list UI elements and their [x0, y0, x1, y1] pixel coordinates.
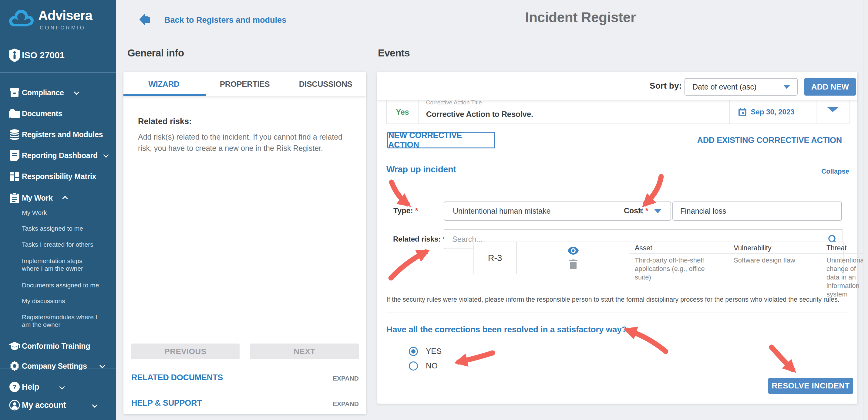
- next-button[interactable]: NEXT: [250, 343, 359, 359]
- view-risk-eye-icon[interactable]: [568, 247, 579, 254]
- chevron-down-icon: [92, 402, 97, 408]
- add-new-button[interactable]: ADD NEW: [804, 78, 856, 96]
- wrap-up-divider: [386, 179, 849, 179]
- event-date-value: Sep 30, 2023: [751, 108, 795, 116]
- sort-by-label: Sort by:: [650, 81, 682, 91]
- sidebar-subitem-registers-owner[interactable]: Registers/modules where I am the owner: [22, 313, 98, 328]
- help-support-link[interactable]: HELP & SUPPORT: [131, 398, 202, 408]
- event-row[interactable]: Yes Corrective Action Title Corrective A…: [386, 100, 849, 124]
- event-title-value: Corrective Action to Resolve.: [426, 110, 533, 119]
- caret-down-icon: [783, 85, 790, 89]
- type-select-value: Unintentional human mistake: [453, 207, 551, 215]
- gear-icon: [8, 361, 21, 371]
- wrap-up-incident-heading: Wrap up incident: [386, 164, 456, 175]
- sidebar-item-label: My account: [22, 400, 66, 410]
- sidebar-subitem-tasks-assigned[interactable]: Tasks assigned to me: [22, 224, 111, 232]
- page-title: Incident Register: [505, 9, 656, 26]
- sidebar-item-iso27001[interactable]: ISO 27001: [0, 48, 116, 62]
- add-existing-corrective-action-link[interactable]: ADD EXISTING CORRECTIVE ACTION: [697, 136, 842, 145]
- related-risk-table: R-3 Asset Vulnerability Threat Third-par…: [473, 242, 844, 274]
- report-icon: [8, 150, 21, 161]
- database-icon: [8, 129, 21, 140]
- help-support-expand-button[interactable]: EXPAND: [333, 400, 359, 408]
- sidebar-item-label: Registers and Modules: [22, 130, 103, 139]
- expand-caret-icon[interactable]: [827, 107, 839, 112]
- threat-column-header: Threat: [821, 242, 868, 254]
- tab-properties[interactable]: PROPERTIES: [205, 72, 285, 96]
- sidebar-subitem-implementation-steps[interactable]: Implementation steps where I am the owne…: [22, 257, 98, 272]
- sidebar-item-label: Help: [22, 382, 39, 392]
- tab-wizard[interactable]: WIZARD: [123, 72, 205, 96]
- sidebar: Advisera CONFORMIO ISO 27001 Compliance …: [0, 0, 116, 420]
- sidebar-item-reporting-dashboard[interactable]: Reporting Dashboard: [0, 149, 116, 161]
- sidebar-subitem-tasks-created[interactable]: Tasks I created for others: [22, 241, 111, 248]
- sidebar-item-help[interactable]: ? Help: [0, 381, 116, 393]
- event-resolved-value: Yes: [396, 108, 409, 117]
- risk-asset-value: Third-party off-the-shelf applications (…: [629, 254, 728, 274]
- event-title-cell: Corrective Action Title Corrective Actio…: [418, 100, 730, 123]
- back-arrow-icon: [137, 12, 153, 28]
- asset-column-header: Asset: [629, 242, 728, 254]
- sidebar-item-registers-modules[interactable]: Registers and Modules: [0, 128, 116, 141]
- risk-vulnerability-value: Software design flaw: [728, 254, 821, 274]
- chevron-down-icon: [74, 89, 79, 95]
- sidebar-item-label: Documents: [22, 109, 62, 118]
- sidebar-item-compliance[interactable]: Compliance: [0, 87, 116, 99]
- previous-button[interactable]: PREVIOUS: [131, 343, 240, 359]
- cost-label: Cost: *: [624, 206, 648, 215]
- chevron-down-icon: [99, 363, 105, 368]
- radio-no-icon[interactable]: [409, 361, 418, 370]
- back-to-registers-link[interactable]: Back to Registers and modules: [137, 12, 286, 28]
- sidebar-item-my-work[interactable]: My Work: [0, 192, 116, 204]
- brand-name: Advisera: [38, 8, 92, 23]
- collapse-link[interactable]: Collapse: [821, 168, 849, 175]
- svg-text:?: ?: [12, 383, 17, 391]
- chevron-down-icon: [103, 152, 108, 157]
- event-resolved-cell: Yes: [387, 100, 418, 123]
- type-label: Type: *: [393, 206, 418, 215]
- incident-register-page: Advisera CONFORMIO ISO 27001 Compliance …: [0, 0, 868, 420]
- related-documents-link[interactable]: RELATED DOCUMENTS: [131, 373, 223, 382]
- sidebar-item-conformio-training[interactable]: Conformio Training: [0, 340, 116, 352]
- related-risks-help-text: Add risk(s) related to the incident. If …: [138, 131, 352, 154]
- shield-info-icon: [8, 49, 21, 62]
- sidebar-divider: [0, 368, 116, 368]
- radio-yes-selected-icon[interactable]: [409, 347, 418, 356]
- sidebar-item-company-settings[interactable]: Company Settings: [0, 360, 116, 372]
- archive-icon: [8, 87, 21, 98]
- risk-id: R-3: [474, 242, 517, 274]
- event-expand-cell: [816, 100, 849, 123]
- corrections-question: Have all the corrections been resolved i…: [386, 325, 627, 334]
- sidebar-subitem-my-work[interactable]: My Work: [22, 209, 111, 216]
- general-info-card: WIZARD PROPERTIES DISCUSSIONS Related ri…: [123, 72, 366, 414]
- related-documents-expand-button[interactable]: EXPAND: [333, 375, 359, 382]
- cost-input[interactable]: [672, 202, 842, 221]
- sidebar-subitem-my-discussions[interactable]: My discussions: [22, 297, 111, 305]
- required-asterisk: *: [645, 206, 648, 215]
- radio-option-yes[interactable]: YES: [409, 347, 442, 356]
- page-scrollbar[interactable]: [863, 0, 868, 420]
- help-icon: ?: [8, 382, 21, 392]
- graduation-cap-icon: [8, 341, 21, 351]
- advisera-cloud-logo-icon: [6, 5, 36, 31]
- resolve-incident-button[interactable]: RESOLVE INCIDENT: [768, 378, 853, 394]
- sidebar-item-label: Company Settings: [22, 362, 87, 370]
- sidebar-item-responsibility-matrix[interactable]: Responsibility Matrix: [0, 170, 116, 182]
- new-corrective-action-button[interactable]: NEW CORRECTIVE ACTION: [387, 132, 495, 148]
- sidebar-item-label: Responsibility Matrix: [22, 172, 96, 181]
- delete-risk-trash-icon[interactable]: [569, 260, 578, 269]
- event-date-cell: Sep 30, 2023: [730, 100, 816, 123]
- tab-discussions[interactable]: DISCUSSIONS: [285, 72, 366, 96]
- tab-bar: WIZARD PROPERTIES DISCUSSIONS: [123, 72, 366, 96]
- sort-select-value: Date of event (asc): [692, 83, 756, 91]
- sidebar-item-my-account[interactable]: My account: [0, 399, 116, 411]
- sidebar-item-label: ISO 27001: [22, 50, 65, 60]
- sort-select[interactable]: Date of event (asc): [684, 78, 798, 96]
- sidebar-subitem-documents-assigned[interactable]: Documents assigned to me: [22, 281, 111, 289]
- radio-option-no[interactable]: NO: [409, 361, 438, 370]
- related-risks-label: Related risks:: [138, 117, 192, 126]
- user-icon: [8, 400, 21, 411]
- disciplinary-note: If the security rules were violated, ple…: [386, 296, 850, 303]
- sidebar-item-documents[interactable]: Documents: [0, 108, 116, 120]
- calendar-icon: [738, 108, 747, 116]
